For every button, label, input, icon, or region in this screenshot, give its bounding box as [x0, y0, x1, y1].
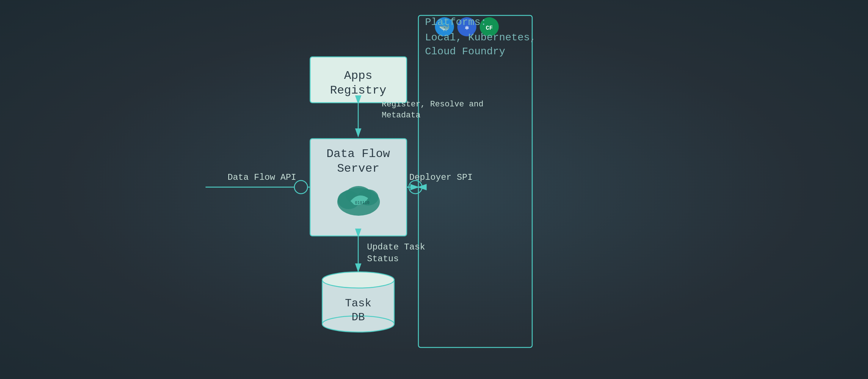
- svg-point-32: [294, 181, 308, 194]
- svg-text:Data Flow: Data Flow: [327, 147, 390, 161]
- svg-text:CF: CF: [486, 25, 493, 32]
- svg-text:Update Task: Update Task: [367, 242, 425, 252]
- svg-text:Server: Server: [337, 162, 379, 175]
- svg-text:Task: Task: [345, 297, 371, 310]
- svg-text:Deployer SPI: Deployer SPI: [409, 172, 473, 182]
- diagram-svg: 🐳 ⎈ CF Platforms: Local, Kubernetes, Clo…: [0, 0, 868, 379]
- svg-text:Registry: Registry: [330, 84, 386, 97]
- svg-text:Data Flow API: Data Flow API: [228, 172, 296, 182]
- svg-text:Cloud Foundry: Cloud Foundry: [425, 46, 505, 57]
- svg-text:Register, Resolve and: Register, Resolve and: [382, 100, 483, 109]
- svg-text:010110: 010110: [355, 200, 370, 205]
- diagram-container: 🐳 ⎈ CF Platforms: Local, Kubernetes, Clo…: [0, 0, 868, 379]
- svg-text:Status: Status: [367, 254, 399, 264]
- svg-text:DB: DB: [352, 311, 365, 324]
- svg-text:Metadata: Metadata: [382, 111, 421, 120]
- svg-point-26: [322, 272, 394, 288]
- svg-text:Platforms:: Platforms:: [425, 17, 487, 28]
- svg-text:Local, Kubernetes,: Local, Kubernetes,: [425, 32, 536, 43]
- svg-text:Apps: Apps: [344, 69, 373, 83]
